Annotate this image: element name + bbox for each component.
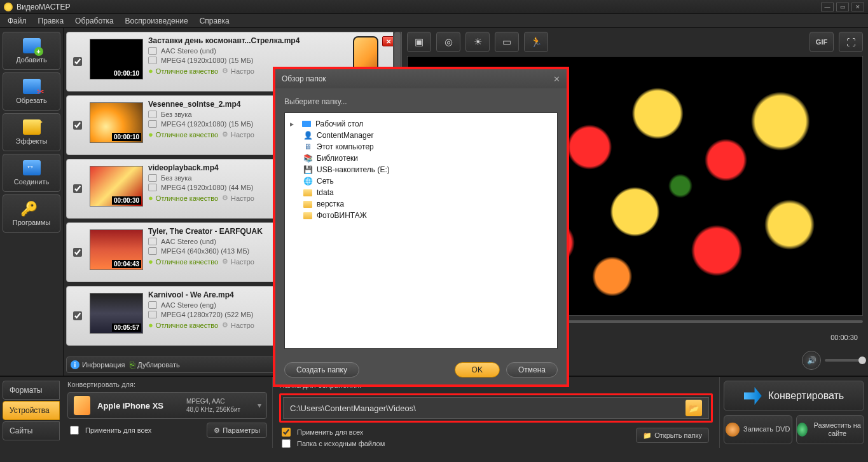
video-info: MPEG4 (1920x1080) (15 МБ) xyxy=(161,57,253,64)
add-label: Добавить xyxy=(16,56,47,64)
duration-badge: 00:04:43 xyxy=(112,260,141,268)
thumbnail[interactable]: 00:00:30 xyxy=(90,166,143,207)
item-checkbox[interactable] xyxy=(73,121,82,130)
volume-slider[interactable] xyxy=(825,359,863,362)
thumbnail[interactable]: 00:00:10 xyxy=(90,102,143,143)
menu-playback[interactable]: Воспроизведение xyxy=(120,15,193,27)
tree-node[interactable]: ▸Рабочий стол xyxy=(290,118,552,130)
folder-tree[interactable]: ▸Рабочий стол👤ContentManager🖥Этот компью… xyxy=(284,112,558,349)
convert-panel: Конвертировать для: Apple iPhone XS MPEG… xyxy=(62,377,272,448)
tree-node[interactable]: верстка xyxy=(290,198,552,210)
duplicate-icon: ⎘ xyxy=(130,360,135,370)
duplicate-button[interactable]: ⎘Дублировать xyxy=(130,360,179,370)
quality-badge: Отличное качество xyxy=(148,130,218,139)
tree-node[interactable]: 🖥Этот компьютер xyxy=(290,141,552,153)
maximize-button[interactable]: ▭ xyxy=(836,3,849,11)
programs-button[interactable]: Программы xyxy=(3,194,60,233)
settings-link[interactable]: Настро xyxy=(222,194,254,202)
cut-button[interactable]: Обрезать xyxy=(3,72,60,111)
item-checkbox[interactable] xyxy=(73,57,82,66)
programs-label: Программы xyxy=(13,219,50,226)
tab-formats[interactable]: Форматы xyxy=(3,381,60,400)
settings-link[interactable]: Настро xyxy=(222,67,254,75)
apply-all-folder-label: Применить для всех xyxy=(297,428,363,436)
volume-control: 🔊 xyxy=(802,351,863,370)
running-icon: 🏃 xyxy=(530,36,542,48)
globe-icon xyxy=(797,423,808,437)
fullscreen-button[interactable]: ⛶ xyxy=(839,32,863,52)
item-checkbox[interactable] xyxy=(73,248,82,257)
item-checkbox[interactable] xyxy=(73,311,82,320)
thumbnail[interactable]: 00:04:43 xyxy=(90,229,143,270)
source-folder-checkbox[interactable] xyxy=(282,439,291,448)
tab-sites[interactable]: Сайты xyxy=(3,421,60,440)
thumbnail[interactable]: 00:00:10 xyxy=(90,39,143,79)
settings-link[interactable]: Настро xyxy=(222,257,254,266)
create-folder-button[interactable]: Создать папку xyxy=(284,362,359,377)
video-info: MPEG4 (640x360) (413 МБ) xyxy=(161,247,249,255)
convert-button[interactable]: Конвертировать xyxy=(724,381,864,411)
menu-help[interactable]: Справка xyxy=(195,15,235,27)
tree-node[interactable]: tdata xyxy=(290,187,552,198)
arrow-right-icon xyxy=(744,387,762,405)
add-button[interactable]: Добавить xyxy=(3,32,60,70)
expand-icon[interactable]: ▸ xyxy=(290,119,298,128)
tree-node-label: ФотоВИНТАЖ xyxy=(317,211,367,220)
brightness-button[interactable]: ☀ xyxy=(465,32,490,52)
effects-button[interactable]: Эффекты xyxy=(3,113,60,151)
apply-all-folder-checkbox[interactable] xyxy=(282,428,291,437)
menubar: Файл Правка Обработка Воспроизведение Сп… xyxy=(0,14,868,28)
settings-link[interactable]: Настро xyxy=(222,321,254,329)
tree-node[interactable]: 📚Библиотеки xyxy=(290,153,552,164)
minimize-button[interactable]: — xyxy=(821,3,834,11)
tree-node[interactable]: 🌐Сеть xyxy=(290,175,552,187)
action-buttons: Конвертировать Записать DVD Разместить н… xyxy=(719,377,868,448)
speed-button[interactable]: 🏃 xyxy=(524,32,548,52)
params-button[interactable]: ⚙Параметры xyxy=(207,423,267,438)
menu-process[interactable]: Обработка xyxy=(70,15,119,27)
menu-edit[interactable]: Правка xyxy=(33,15,69,27)
join-button[interactable]: Соединить xyxy=(3,154,60,192)
apply-all-checkbox[interactable] xyxy=(70,426,79,435)
device-selector[interactable]: Apple iPhone XS MPEG4, AAC48,0 KHz, 256К… xyxy=(67,392,267,419)
enhance-button[interactable]: ◎ xyxy=(436,32,460,52)
item-checkbox[interactable] xyxy=(73,184,82,193)
publish-button[interactable]: Разместить на сайте xyxy=(796,415,865,444)
tab-devices[interactable]: Устройства xyxy=(3,401,60,420)
dialog-close-button[interactable]: ✕ xyxy=(553,74,560,84)
audio-info: AAC Stereo (und) xyxy=(161,47,216,55)
dialog-titlebar: Обзор папок ✕ xyxy=(275,69,567,88)
open-folder-button[interactable]: 📁Открыть папку xyxy=(636,428,709,443)
convert-label: Конвертировать для: xyxy=(67,381,267,388)
ok-button[interactable]: OK xyxy=(455,362,500,377)
tree-node[interactable]: 💾USB-накопитель (E:) xyxy=(290,164,552,175)
info-button[interactable]: iИнформация xyxy=(71,360,125,369)
device-image-icon xyxy=(73,395,91,416)
tree-node[interactable]: ФотоВИНТАЖ xyxy=(290,210,552,221)
thumbnail[interactable]: 00:05:57 xyxy=(90,293,143,334)
menu-file[interactable]: Файл xyxy=(3,15,32,27)
crop-button[interactable]: ▣ xyxy=(407,32,431,52)
preview-toolbar: ▣ ◎ ☀ ▭ 🏃 GIF ⛶ xyxy=(407,32,863,52)
video-icon xyxy=(148,311,157,318)
duration-badge: 00:00:10 xyxy=(112,133,141,141)
burn-dvd-button[interactable]: Записать DVD xyxy=(724,415,792,444)
dialog-buttons: Создать папку OK Отмена xyxy=(275,355,567,384)
cancel-button[interactable]: Отмена xyxy=(506,362,558,377)
gif-button[interactable]: GIF xyxy=(809,32,834,52)
settings-link[interactable]: Настро xyxy=(222,130,254,139)
audio-info: AAC Stereo (und) xyxy=(161,238,216,245)
browse-button[interactable]: 📂 xyxy=(685,400,702,416)
duration-badge: 00:00:10 xyxy=(112,69,141,78)
volume-button[interactable]: 🔊 xyxy=(802,351,821,370)
video-icon xyxy=(148,184,157,191)
info-icon: i xyxy=(71,360,79,369)
path-input[interactable]: C:\Users\ContentManager\Videos\ 📂 xyxy=(283,397,709,419)
tree-node-label: Сеть xyxy=(317,177,334,186)
film-scissors-icon xyxy=(23,79,41,94)
audio-icon xyxy=(148,301,157,309)
quality-badge: Отличное качество xyxy=(148,257,218,266)
text-button[interactable]: ▭ xyxy=(495,32,519,52)
tree-node[interactable]: 👤ContentManager xyxy=(290,130,552,141)
close-button[interactable]: ✕ xyxy=(851,3,864,11)
